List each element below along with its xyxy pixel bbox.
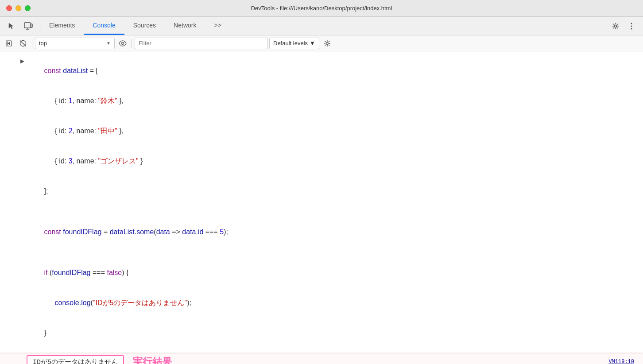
code-content-3: { id: 2, name: "田中" }, bbox=[27, 116, 643, 146]
tab-more[interactable]: >> bbox=[205, 17, 230, 35]
tab-elements[interactable]: Elements bbox=[40, 17, 84, 35]
svg-point-11 bbox=[122, 42, 124, 44]
code-line-6: const foundIDFlag = dataList.some(data =… bbox=[0, 217, 643, 247]
context-arrow: ▼ bbox=[106, 41, 111, 46]
live-expressions-button[interactable] bbox=[116, 37, 129, 50]
code-line-2: { id: 1, name: "鈴木" }, bbox=[0, 86, 643, 116]
device-icon-button[interactable] bbox=[21, 19, 35, 33]
devtools-menu-button[interactable] bbox=[624, 19, 639, 33]
code-line-empty-2 bbox=[0, 247, 643, 258]
code-content-6: const foundIDFlag = dataList.some(data =… bbox=[27, 217, 643, 247]
tabs-list: Elements Console Sources Network >> bbox=[40, 17, 604, 35]
tabs-right-actions bbox=[604, 17, 643, 35]
close-button[interactable] bbox=[6, 5, 12, 11]
titlebar-buttons bbox=[6, 5, 31, 11]
svg-point-5 bbox=[631, 23, 632, 24]
svg-rect-0 bbox=[24, 23, 31, 28]
console-output: ▶ const dataList = [ { id: 1, name: "鈴木"… bbox=[0, 51, 643, 364]
run-scripts-button[interactable] bbox=[3, 37, 15, 50]
code-content-2: { id: 1, name: "鈴木" }, bbox=[27, 86, 643, 116]
svg-point-12 bbox=[326, 42, 328, 44]
context-label: top bbox=[39, 40, 47, 46]
code-content-5: ]; bbox=[27, 177, 643, 206]
levels-label: Default levels bbox=[273, 40, 308, 46]
code-line-9: } bbox=[0, 318, 643, 348]
svg-rect-1 bbox=[31, 24, 32, 27]
code-line-1: ▶ const dataList = [ bbox=[0, 56, 643, 86]
code-line-4: { id: 3, name: "ゴンザレス" } bbox=[0, 146, 643, 176]
code-line-7: if (foundIDFlag === false) { bbox=[0, 258, 643, 288]
log-location[interactable]: VM119:10 bbox=[608, 359, 634, 364]
devtools-settings-button[interactable] bbox=[608, 19, 623, 33]
filter-input[interactable] bbox=[135, 38, 267, 49]
window-title: DevTools - file:///Users/kano/Desktop/pr… bbox=[251, 5, 392, 12]
code-content-4: { id: 3, name: "ゴンザレス" } bbox=[27, 147, 643, 176]
tab-icon-area bbox=[0, 17, 40, 35]
clear-console-button[interactable] bbox=[17, 37, 29, 50]
code-content-1: const dataList = [ bbox=[27, 56, 643, 85]
svg-point-4 bbox=[615, 25, 617, 27]
code-line-3: { id: 2, name: "田中" }, bbox=[0, 116, 643, 146]
log-levels-button[interactable]: Default levels ▼ bbox=[269, 38, 319, 49]
toolbar-divider-1 bbox=[32, 39, 32, 48]
toolbar-divider-2 bbox=[132, 39, 132, 48]
code-content-7: if (foundIDFlag === false) { bbox=[27, 258, 643, 287]
minimize-button[interactable] bbox=[15, 5, 21, 11]
console-settings-button[interactable] bbox=[321, 37, 333, 50]
log-output-line: IDが5のデータはありません 実行結果 VM119:10 bbox=[0, 353, 643, 364]
svg-point-7 bbox=[631, 28, 632, 29]
expand-arrow-1[interactable]: ▶ bbox=[18, 56, 27, 66]
cursor-icon-button[interactable] bbox=[4, 19, 19, 33]
log-annotation: 実行結果 bbox=[133, 355, 172, 364]
maximize-button[interactable] bbox=[25, 5, 31, 11]
code-line-8: console.log("IDが5のデータはありません"); bbox=[0, 288, 643, 318]
levels-arrow: ▼ bbox=[310, 40, 315, 46]
code-line-empty-1 bbox=[0, 206, 643, 217]
code-block: ▶ const dataList = [ { id: 1, name: "鈴木"… bbox=[0, 51, 643, 353]
code-content-9: } bbox=[27, 318, 643, 348]
context-selector[interactable]: top ▼ bbox=[35, 38, 115, 49]
tab-console[interactable]: Console bbox=[84, 17, 124, 35]
tabs-bar: Elements Console Sources Network >> bbox=[0, 17, 643, 35]
code-content-8: console.log("IDが5のデータはありません"); bbox=[27, 288, 643, 318]
titlebar: DevTools - file:///Users/kano/Desktop/pr… bbox=[0, 0, 643, 17]
svg-point-6 bbox=[631, 25, 632, 27]
console-toolbar: top ▼ Default levels ▼ bbox=[0, 35, 643, 51]
log-output-text: IDが5のデータはありません bbox=[27, 355, 124, 364]
code-line-5: ]; bbox=[0, 176, 643, 206]
tab-sources[interactable]: Sources bbox=[124, 17, 165, 35]
tab-network[interactable]: Network bbox=[165, 17, 205, 35]
